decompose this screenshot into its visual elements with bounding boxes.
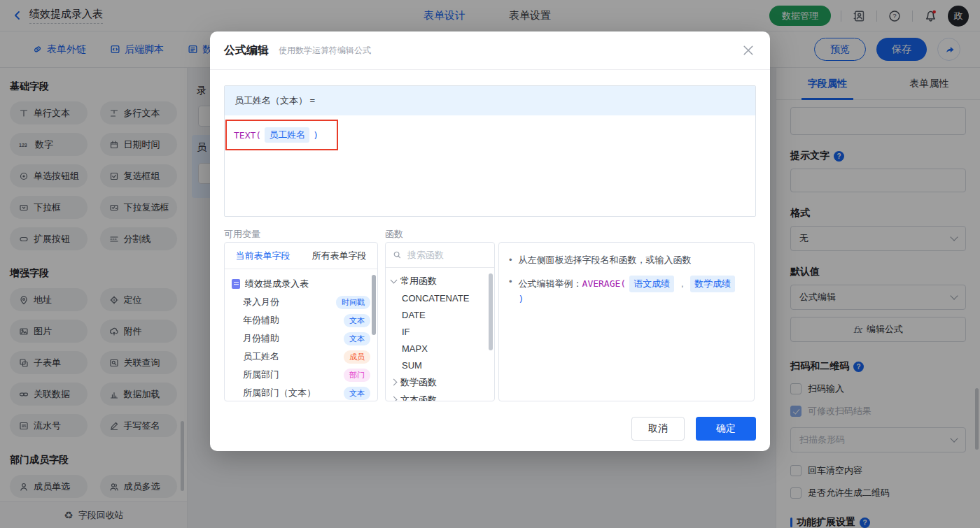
example-field-token: 语文成绩 <box>629 276 674 292</box>
type-badge: 成员 <box>344 350 370 364</box>
variable-row[interactable]: 月份辅助文本 <box>232 329 370 348</box>
modal-subtitle: 使用数学运算符编辑公式 <box>279 45 371 57</box>
variable-row[interactable]: 年份辅助文本 <box>232 311 370 329</box>
function-group-math[interactable]: 数学函数 <box>391 373 489 391</box>
function-item[interactable]: CONCATENATE <box>391 290 489 306</box>
tip-row: •从左侧面板选择字段名和函数，或输入函数 <box>509 254 744 266</box>
variables-panel: 当前表单字段 所有表单字段 绩效提成录入表 录入月份时间戳 年份辅助文本 月份辅… <box>224 242 378 401</box>
type-badge: 文本 <box>344 387 370 400</box>
function-item[interactable]: DATE <box>391 306 489 323</box>
type-badge: 部门 <box>344 369 370 382</box>
bullet: • <box>509 254 512 266</box>
variable-row[interactable]: 所属部门（文本）文本 <box>232 384 370 401</box>
formula-tips-panel: •从左侧面板选择字段名和函数，或输入函数 • 公式编辑举例： AVERAGE( … <box>498 242 755 401</box>
chevron-down-icon <box>391 276 398 283</box>
function-item[interactable]: SUM <box>391 357 489 373</box>
formula-field-token[interactable]: 员工姓名 <box>265 127 309 143</box>
function-item[interactable]: MAPX <box>391 340 489 357</box>
formula-target: 员工姓名（文本） = <box>225 86 755 115</box>
formula-body[interactable]: TEXT( 员工姓名 ) <box>225 115 755 150</box>
formula-edit-modal: 公式编辑 使用数学运算符编辑公式 员工姓名（文本） = TEXT( 员工姓名 )… <box>210 31 770 451</box>
formula-example: 公式编辑举例： AVERAGE( 语文成绩 ， 数学成绩 ) <box>519 276 744 306</box>
type-badge: 时间戳 <box>336 296 370 309</box>
modal-footer: 取消 确定 <box>631 417 756 441</box>
variables-tabs: 当前表单字段 所有表单字段 <box>225 243 377 269</box>
confirm-button[interactable]: 确定 <box>696 417 756 441</box>
close-icon[interactable] <box>742 44 755 57</box>
formula-close-paren: ) <box>313 130 318 141</box>
chevron-right-icon <box>391 397 398 401</box>
type-badge: 文本 <box>344 314 370 327</box>
search-icon <box>393 250 402 259</box>
functions-panel: 常用函数 CONCATENATE DATE IF MAPX SUM 数学函数 文… <box>385 242 495 401</box>
variable-row[interactable]: 员工姓名成员 <box>232 348 370 366</box>
function-group-common[interactable]: 常用函数 <box>391 272 489 290</box>
tab-current-form-fields[interactable]: 当前表单字段 <box>236 250 290 262</box>
chevron-right-icon <box>391 379 398 386</box>
function-group-text[interactable]: 文本函数 <box>391 391 489 401</box>
tip-row-example: • 公式编辑举例： AVERAGE( 语文成绩 ， 数学成绩 ) <box>509 276 744 306</box>
tree-root-form[interactable]: 绩效提成录入表 <box>232 275 370 293</box>
cancel-button[interactable]: 取消 <box>631 417 685 441</box>
variables-scrollbar[interactable] <box>372 275 376 335</box>
variables-tree: 绩效提成录入表 录入月份时间戳 年份辅助文本 月份辅助文本 员工姓名成员 所属部… <box>225 269 377 401</box>
example-close-paren: ) <box>519 292 524 306</box>
function-search-input[interactable] <box>407 250 477 260</box>
variables-section-label: 可用变量 <box>224 228 260 241</box>
function-item[interactable]: IF <box>391 323 489 340</box>
bullet: • <box>509 276 512 288</box>
form-doc-icon <box>232 279 240 289</box>
functions-scrollbar[interactable] <box>489 273 493 350</box>
type-badge: 文本 <box>344 332 370 345</box>
modal-header: 公式编辑 使用数学运算符编辑公式 <box>210 31 770 70</box>
tab-all-form-fields[interactable]: 所有表单字段 <box>312 250 367 262</box>
comma: ， <box>678 277 687 291</box>
functions-section-label: 函数 <box>385 228 403 241</box>
function-list: 常用函数 CONCATENATE DATE IF MAPX SUM 数学函数 文… <box>386 268 494 401</box>
formula-editor[interactable]: 员工姓名（文本） = TEXT( 员工姓名 ) <box>224 85 756 217</box>
variable-row[interactable]: 录入月份时间戳 <box>232 293 370 311</box>
annotation-red-box: TEXT( 员工姓名 ) <box>225 120 338 150</box>
example-field-token: 数学成绩 <box>690 276 735 292</box>
modal-title: 公式编辑 <box>224 43 269 58</box>
example-function-token: AVERAGE( <box>582 277 626 291</box>
function-search <box>386 243 494 268</box>
variable-row[interactable]: 所属部门部门 <box>232 366 370 384</box>
formula-function-token: TEXT( <box>234 130 261 141</box>
